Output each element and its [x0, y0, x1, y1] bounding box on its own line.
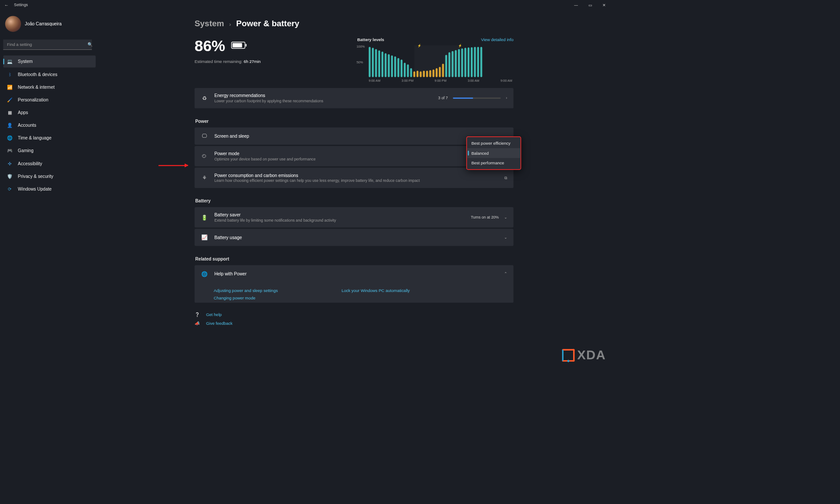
eco-icon: ⚘ [201, 174, 208, 181]
card-carbon[interactable]: ⚘ Power consumption and carbon emissions… [195, 167, 514, 188]
card-power-mode[interactable]: ⏲ Power mode Optimize your device based … [195, 146, 514, 167]
window-title: Settings [14, 3, 28, 7]
watermark: XDA [562, 348, 606, 362]
chevron-up-icon: ⌃ [504, 271, 507, 276]
chart-bar [429, 70, 431, 77]
saver-threshold: Turns on at 20% [471, 215, 499, 219]
profile[interactable]: João Carrasqueira [3, 16, 95, 31]
chart-bar [480, 47, 482, 77]
brush-icon: 🖌️ [7, 97, 13, 103]
battery-chart: 100% 50% ⚡ ⚡ 9:00 AM 3:00 PM 9:00 PM 3:0… [369, 45, 514, 80]
card-help-power[interactable]: 🌐 Help with Power ⌃ [195, 265, 514, 282]
back-button[interactable]: ← [3, 1, 10, 8]
page-title: Power & battery [236, 18, 299, 28]
section-battery: Battery [195, 198, 514, 203]
chart-bar [401, 59, 402, 77]
chart-bar [375, 49, 377, 77]
clock-icon: 🌐 [7, 135, 13, 141]
wifi-icon: 📶 [7, 84, 13, 90]
feedback-icon: 📣 [195, 321, 200, 326]
search-icon: 🔍 [88, 42, 93, 47]
chart-bar [413, 71, 415, 77]
card-battery-saver[interactable]: 🔋 Battery saver Extend battery life by l… [195, 207, 514, 228]
update-icon: ⟳ [7, 186, 13, 192]
system-icon: 💻 [7, 59, 13, 64]
chart-bar [433, 70, 434, 77]
card-subtitle: Lower your carbon footprint by applying … [214, 99, 432, 103]
search-input[interactable] [3, 39, 92, 49]
nav-label: Apps [18, 110, 28, 115]
chart-bar [404, 63, 406, 77]
chart-bar [372, 48, 374, 77]
chart-bar [382, 52, 383, 77]
help-link-lock[interactable]: Lock your Windows PC automatically [342, 288, 410, 293]
open-link-icon: ⧉ [504, 176, 508, 180]
get-help-link[interactable]: ❔ Get help [195, 310, 514, 319]
chevron-down-icon: ⌄ [504, 235, 507, 240]
nav-accessibility[interactable]: ✣Accessibility [3, 157, 95, 170]
x-tick: 9:00 AM [369, 79, 381, 83]
x-tick: 3:00 PM [402, 79, 413, 83]
card-title: Help with Power [214, 271, 497, 276]
card-title: Energy recommendations [214, 93, 432, 98]
card-energy-recommendations[interactable]: ♻ Energy recommendations Lower your carb… [195, 88, 514, 108]
breadcrumb-root[interactable]: System [195, 18, 224, 28]
nav-label: Bluetooth & devices [18, 72, 57, 77]
chart-bar [474, 47, 476, 77]
chart-icon: 📈 [201, 234, 208, 241]
chart-bar [420, 71, 421, 77]
minimize-button[interactable]: — [569, 1, 583, 9]
chart-bar [439, 67, 441, 77]
dropdown-item-efficiency[interactable]: Best power efficiency [467, 138, 520, 148]
watermark-icon [562, 349, 574, 361]
nav-update[interactable]: ⟳Windows Update [3, 183, 95, 195]
card-screen-sleep[interactable]: 🖵 Screen and sleep ⌄ [195, 128, 514, 145]
close-button[interactable]: ✕ [597, 1, 611, 9]
help-link-adjust[interactable]: Adjusting power and sleep settings [214, 288, 277, 293]
nav-label: Accessibility [18, 161, 42, 166]
chart-bar [397, 58, 399, 77]
nav-label: Gaming [18, 148, 34, 153]
give-feedback-link[interactable]: 📣 Give feedback [195, 319, 514, 328]
nav-gaming[interactable]: 🎮Gaming [3, 145, 95, 157]
view-detail-link[interactable]: View detailed info [481, 37, 514, 42]
annotation-arrow [158, 165, 188, 166]
nav-label: Time & language [18, 136, 52, 141]
chart-bar [391, 56, 393, 77]
chevron-down-icon: ⌄ [504, 215, 507, 219]
nav-apps[interactable]: ▦Apps [3, 106, 95, 118]
chart-bar [458, 49, 460, 77]
footer-label: Give feedback [206, 321, 233, 326]
battery-estimate: Estimated time remaining: 6h 27min [195, 59, 261, 64]
globe-icon: 🌐 [201, 270, 208, 277]
gamepad-icon: 🎮 [7, 148, 13, 153]
dropdown-item-performance[interactable]: Best performance [467, 158, 520, 168]
nav-time[interactable]: 🌐Time & language [3, 132, 95, 144]
nav-label: Network & internet [18, 84, 55, 90]
card-title: Power mode [214, 151, 501, 156]
monitor-icon: 🖵 [201, 132, 208, 139]
dropdown-item-balanced[interactable]: Balanced [467, 148, 520, 158]
help-icon: ❔ [195, 312, 200, 317]
chart-bar [385, 53, 386, 77]
apps-icon: ▦ [7, 110, 13, 115]
card-battery-usage[interactable]: 📈 Battery usage ⌄ [195, 229, 514, 246]
nav-personalization[interactable]: 🖌️Personalization [3, 94, 95, 106]
chart-bar [394, 56, 396, 77]
chart-bar [407, 64, 409, 77]
nav-bluetooth[interactable]: ᛒBluetooth & devices [3, 68, 95, 80]
maximize-button[interactable]: ▭ [583, 1, 597, 9]
estimate-value: 6h 27min [244, 59, 261, 64]
nav-accounts[interactable]: 👤Accounts [3, 119, 95, 132]
nav-system[interactable]: 💻System [3, 56, 95, 68]
nav-network[interactable]: 📶Network & internet [3, 81, 95, 93]
chart-bar [471, 47, 472, 77]
nav-privacy[interactable]: 🛡️Privacy & security [3, 170, 95, 182]
help-link-mode[interactable]: Changing power mode [214, 295, 255, 300]
card-subtitle: Learn how choosing efficient power setti… [214, 178, 498, 183]
chart-bar [445, 55, 447, 77]
nav-label: Personalization [18, 97, 49, 102]
battery-icon [231, 42, 245, 49]
leaf-icon: ♻ [201, 95, 208, 102]
chart-bar [448, 52, 450, 77]
